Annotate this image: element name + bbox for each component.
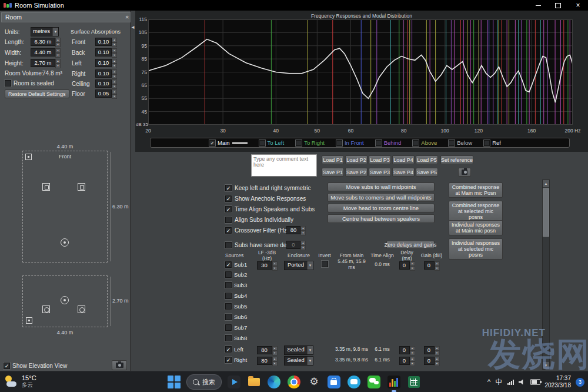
option-show-anechoic-responses[interactable]: ✓Show Anechoic Responses (225, 194, 306, 202)
load-p2-button[interactable]: Load P2 (345, 155, 368, 164)
dropdown[interactable]: Sealed▼ (284, 356, 313, 366)
volume-icon[interactable] (519, 379, 526, 385)
spinner[interactable]: 0▲▼ (399, 346, 415, 354)
frequency-response-chart[interactable] (148, 19, 573, 125)
checkbox[interactable]: ✓ (225, 195, 232, 202)
checkbox[interactable] (259, 140, 265, 146)
checkbox[interactable] (225, 335, 232, 341)
legend-item-to-right[interactable]: To Right (296, 139, 325, 146)
checkbox[interactable] (225, 282, 232, 288)
checkbox[interactable]: ✓ (209, 140, 215, 146)
rew-icon[interactable] (386, 374, 402, 390)
checkbox[interactable] (376, 140, 382, 146)
checkbox[interactable] (225, 293, 232, 299)
checkbox[interactable]: ✓ (225, 346, 232, 353)
option-keep-left-and-right-symmetric[interactable]: ✓Keep left and right symmetric (225, 184, 311, 192)
notification-badge[interactable]: 3 (576, 378, 584, 387)
centre-head-between-speakers-button[interactable]: Centre head between speakers (328, 214, 435, 223)
listener-marker-elevation[interactable] (61, 296, 69, 304)
individual-responses-at-selected-mic-posns-button[interactable]: Individual responses at selected mic pos… (449, 238, 503, 260)
checkbox[interactable] (225, 314, 232, 320)
spinner[interactable]: 30▲▼ (257, 261, 278, 270)
zero-delays-gains-button[interactable]: Zero delays and gains (386, 241, 435, 249)
move-subs-to-corners-and-wall-midpoints-button[interactable]: Move subs to corners and wall midpoints (328, 193, 435, 202)
spinner[interactable]: 80▲▼ (257, 357, 278, 365)
start-button[interactable] (166, 374, 182, 390)
spinner[interactable]: 0▲▼ (424, 346, 440, 354)
save-p5-button[interactable]: Save P5 (416, 168, 438, 177)
spinner[interactable]: 0▲▼ (399, 261, 415, 270)
save-p1-button[interactable]: Save P1 (322, 168, 344, 177)
capture-chart-button[interactable] (458, 168, 471, 177)
checkbox[interactable]: ✓ (225, 185, 232, 191)
battery-icon[interactable] (530, 379, 540, 385)
legend-item-to-left[interactable]: To Left (259, 139, 285, 146)
settings-icon[interactable]: ⚙ (306, 374, 322, 390)
checkbox[interactable] (336, 140, 342, 146)
capture-room-button[interactable] (112, 360, 127, 370)
panel-divider[interactable]: ◄ (131, 11, 135, 371)
spinner[interactable]: 0▲▼ (399, 357, 415, 365)
left-speaker-elevation[interactable] (42, 305, 50, 313)
tray-expand-icon[interactable]: ^ (487, 378, 491, 386)
legend-item-main[interactable]: ✓Main (209, 139, 248, 146)
checkbox[interactable]: ✓ (225, 357, 232, 363)
ime-indicator[interactable]: 中 (496, 377, 503, 387)
checkbox[interactable] (225, 303, 232, 310)
move-subs-to-wall-midpoints-button[interactable]: Move subs to wall midpoints (328, 182, 435, 191)
load-p3-button[interactable]: Load P3 (369, 155, 391, 164)
set-reference-button[interactable]: Set reference (440, 155, 473, 164)
scroll-down-icon[interactable]: ▼ (543, 362, 549, 369)
option-time-align-speakers-and-subs[interactable]: ✓Time Align Speakers and Subs (225, 205, 315, 213)
legend-item-behind[interactable]: Behind (376, 139, 402, 146)
right-speaker-elevation[interactable] (78, 305, 85, 313)
show-elevation-checkbox[interactable]: ✓ (4, 363, 10, 369)
checkbox[interactable] (296, 140, 302, 146)
collapse-sidebar-icon[interactable]: ◄ (131, 25, 135, 30)
spinner[interactable]: 0▲▼ (424, 357, 440, 365)
spinner[interactable]: 0▲▼ (286, 241, 306, 249)
checkbox[interactable] (322, 261, 328, 267)
comment-input[interactable]: Type any comment text here (251, 154, 317, 177)
minimize-button[interactable] (528, 0, 548, 11)
save-p2-button[interactable]: Save P2 (345, 168, 368, 177)
spinner[interactable]: 80▲▼ (257, 346, 278, 354)
option-subs-have-same-delay[interactable]: Subs have same delay0▲▼ (225, 241, 294, 249)
search-box[interactable]: 搜索 (186, 374, 222, 390)
chat-app-icon[interactable] (346, 374, 362, 390)
individual-responses-at-main-mic-posn-button[interactable]: Individual responses at Main mic posn (449, 220, 503, 235)
subwoofer-elevation[interactable] (26, 317, 32, 324)
close-button[interactable]: × (568, 0, 588, 11)
spinner[interactable]: 0▲▼ (424, 261, 440, 270)
checkbox[interactable]: ✓ (225, 227, 232, 234)
plan-view[interactable]: Front (22, 151, 108, 263)
checkbox[interactable]: ✓ (225, 206, 232, 212)
option-align-subs-individually[interactable]: Align Subs Individually (225, 215, 293, 224)
combined-response-at-main-mic-posn-button[interactable]: Combined response at Main mic Posn (449, 182, 503, 198)
checkbox[interactable] (225, 324, 232, 331)
checkbox[interactable] (225, 271, 232, 278)
elevation-view[interactable] (22, 275, 108, 327)
panel-scrollbar[interactable]: ▲ ▼ (542, 180, 550, 370)
edge-icon[interactable] (266, 374, 282, 390)
store-icon[interactable] (326, 374, 342, 390)
legend-item-in-front[interactable]: In Front (336, 139, 364, 146)
video-app-icon[interactable] (226, 374, 242, 390)
load-p5-button[interactable]: Load P5 (416, 155, 438, 164)
scroll-up-icon[interactable]: ▲ (543, 180, 549, 187)
save-p4-button[interactable]: Save P4 (392, 168, 415, 177)
checkbox[interactable]: ✓ (225, 261, 232, 268)
spinner[interactable]: 80▲▼ (286, 226, 306, 234)
legend-item-above[interactable]: Above (413, 139, 437, 146)
restore-button[interactable] (548, 0, 568, 11)
scrollbar-thumb[interactable] (543, 188, 549, 237)
dropdown[interactable]: Ported▼ (284, 261, 313, 270)
checkbox[interactable] (484, 140, 490, 146)
weather-widget[interactable]: 15°C 多云 (4, 374, 36, 389)
subwoofer-marker[interactable] (25, 154, 32, 160)
move-head-to-room-centre-line-button[interactable]: Move head to room centre line (328, 204, 435, 212)
combined-response-at-selected-mic-posns-button[interactable]: Combined response at selected mic posns (449, 201, 503, 222)
listener-marker[interactable] (61, 238, 69, 247)
load-p4-button[interactable]: Load P4 (392, 155, 415, 164)
spreadsheet-icon[interactable] (406, 374, 422, 390)
